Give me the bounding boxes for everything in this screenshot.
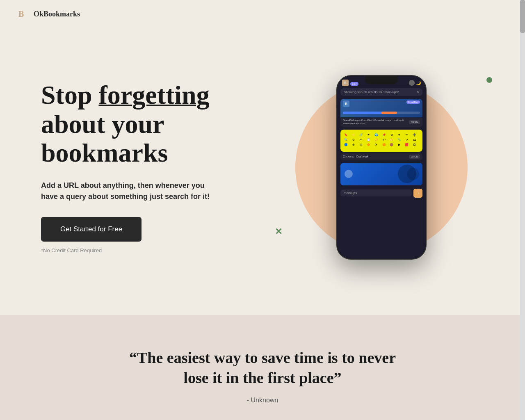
hero-right: ✕ B 127 🌙 Showing search r	[279, 65, 484, 270]
clickons-bar: Clickons · Craftwork OPEN	[340, 153, 422, 160]
emoji-cell: 📎	[397, 138, 401, 142]
phone-count-badge: 127	[350, 82, 358, 86]
emoji-cell: 🔖	[344, 133, 348, 137]
brandbird-icon-letter: B	[345, 102, 347, 106]
brandbird-desc: BrandBird.app – BrandBird - Powerful ima…	[343, 119, 407, 126]
emoji-cell: ⊙	[352, 138, 356, 142]
hero-subtitle: Add a URL about anything, then whenever …	[41, 180, 221, 202]
emoji-cell: ➕	[412, 133, 416, 137]
phone-search-bar: Showing search results for "mockups" ✕	[340, 88, 422, 96]
emoji-cell: ▶	[397, 143, 401, 147]
emoji-cell: ↗	[405, 138, 409, 142]
emoji-cell: 🔵	[344, 143, 348, 147]
quote-author: - Unknown	[16, 397, 509, 404]
hero-title: Stop forgetting about your bookmarks	[41, 81, 221, 167]
phone-notch	[365, 76, 398, 84]
hero-title-underlined: forgetting	[99, 80, 210, 110]
emoji-cell: ⊕	[352, 143, 356, 147]
emoji-cell: 🟠	[382, 143, 386, 147]
emoji-cell: 🔑	[374, 138, 378, 142]
svg-text:B: B	[18, 9, 24, 18]
emoji-cell: ◎	[359, 143, 363, 147]
no-credit-card-text: *No Credit Card Required	[41, 247, 102, 253]
clickons-name: Clickons · Craftwork	[343, 155, 368, 158]
emoji-cell: 📌	[382, 133, 386, 137]
emoji-cell: 🔗	[359, 133, 363, 137]
scrollbar-thumb[interactable]	[520, 0, 525, 33]
green-cross-decoration: ✕	[275, 226, 282, 237]
cta-button[interactable]: Get Started for Free	[41, 217, 142, 242]
scrollbar[interactable]	[520, 0, 525, 420]
phone-search-text: Showing search results for "mockups"	[344, 90, 399, 94]
emoji-cell: 🗒	[412, 143, 416, 147]
emoji-cell: 🟤	[390, 143, 394, 147]
phone-status-icons: 🌙	[409, 80, 421, 86]
blue-card-content	[340, 163, 422, 185]
emoji-cell: ⚙	[390, 133, 394, 137]
quote-text: “The easiest way to save time is to neve…	[119, 348, 406, 388]
brandbird-card-info: BrandBird.app – BrandBird - Powerful ima…	[340, 117, 422, 127]
emoji-cell: 🔍	[344, 138, 348, 142]
emoji-cell: 🗂	[412, 138, 416, 142]
header: B OkBookmarks	[0, 0, 525, 28]
hero-title-part3: bookmarks	[41, 138, 168, 167]
bottom-search-input[interactable]: mockups	[340, 189, 412, 196]
emoji-cell: ✏	[405, 133, 409, 137]
hero-section: Stop forgetting about your bookmarks Add…	[0, 28, 525, 315]
logo-container[interactable]: B OkBookmarks	[16, 7, 80, 21]
emoji-cell: 🏷	[382, 138, 386, 142]
emoji-grid: 🔖 ⭐ 🔗 👁 🌍 📌 ⚙ ♥ ✏ ➕ 🔍 ⊙ ✂ 📋	[344, 133, 419, 147]
phone-search-close-icon[interactable]: ✕	[416, 90, 419, 94]
emoji-cell: ♥	[397, 133, 401, 137]
emoji-cell: ✂	[359, 138, 363, 142]
phone-card-brandbird: B BrandBird BrandBird.app – BrandBird - …	[340, 99, 422, 127]
emoji-cell: 👁	[367, 133, 371, 137]
brandbird-icon: B	[343, 100, 349, 107]
emoji-cell: 🔶	[367, 143, 371, 147]
green-dot-decoration	[486, 77, 492, 83]
phone-screen: B 127 🌙 Showing search results for "mock…	[337, 76, 426, 259]
hero-title-part1: Stop	[41, 80, 99, 110]
quote-section: “The easiest way to save time is to neve…	[0, 315, 525, 420]
emoji-cell: 📋	[367, 138, 371, 142]
avatar-icon	[409, 80, 415, 86]
phone-bottom-bar: mockups →	[337, 187, 426, 200]
clickons-info: Clickons · Craftwork	[343, 155, 368, 158]
emoji-cell: 🌍	[374, 133, 378, 137]
brandbird-image: B BrandBird	[340, 99, 422, 117]
emoji-cell: ⟳	[374, 143, 378, 147]
emoji-cell: 🟥	[405, 143, 409, 147]
logo-icon: B	[16, 7, 30, 21]
hero-left: Stop forgetting about your bookmarks Add…	[41, 81, 221, 253]
brandbird-progress-accent	[381, 112, 397, 114]
logo-text: OkBookmarks	[34, 10, 80, 18]
hero-title-part2: about your	[41, 110, 164, 139]
bottom-search-button[interactable]: →	[413, 189, 422, 198]
phone-logo-small: B	[342, 80, 349, 86]
emoji-cell: 🔔	[390, 138, 394, 142]
phone-mockup: B 127 🌙 Showing search results for "mock…	[336, 75, 427, 260]
phone-card-blue	[340, 163, 422, 185]
brandbird-badge: BrandBird	[406, 100, 420, 104]
blue-card-dot	[345, 170, 353, 178]
emoji-cell: ⭐	[352, 133, 356, 137]
clickons-open-btn[interactable]: OPEN	[409, 155, 420, 159]
brandbird-progress-bar	[343, 112, 420, 114]
brandbird-open-btn[interactable]: OPEN	[409, 120, 420, 124]
moon-icon: 🌙	[416, 81, 421, 85]
phone-card-clickons: 🔖 ⭐ 🔗 👁 🌍 📌 ⚙ ♥ ✏ ➕ 🔍 ⊙ ✂ 📋	[340, 130, 422, 152]
blue-card-inner-circle	[407, 168, 419, 180]
